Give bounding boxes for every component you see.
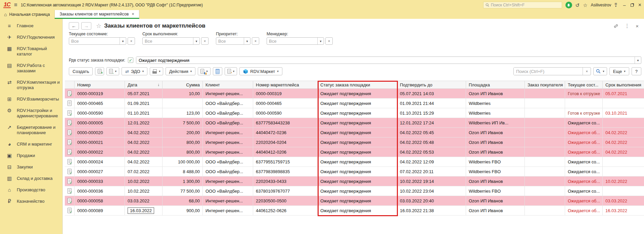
column-header-buyer[interactable]: Заказ покупателя (525, 81, 565, 88)
cell-sum[interactable]: 10,00 (163, 89, 203, 98)
cell-status[interactable]: Ожидает подтверждения (318, 108, 397, 118)
cell-num[interactable]: 0000-000022 (75, 147, 125, 157)
sidebar-item-rdv-catalog[interactable]: ▦RDV:Товарный каталог (0, 43, 62, 60)
cell-sum[interactable]: 77 500,00 (163, 186, 203, 196)
cell-confirm[interactable]: 12.01.2022 17:24 (397, 118, 466, 127)
cell-platform[interactable]: Wildberries FBO (466, 167, 525, 176)
cell-client[interactable]: Интернет-решен... (203, 128, 253, 137)
cell-state[interactable]: Ожидается со... (565, 157, 603, 166)
cell-date[interactable]: 16.03.2022 (125, 206, 163, 215)
cell-icon[interactable] (65, 99, 75, 108)
cell-num[interactable]: 0000-000036 (75, 186, 125, 196)
cell-buyer[interactable] (525, 206, 565, 215)
cell-state[interactable]: Готов к отгрузке (565, 89, 603, 98)
cell-sum[interactable]: 900,00 (163, 206, 203, 215)
cell-icon[interactable] (65, 128, 75, 137)
cell-icon[interactable] (65, 196, 75, 205)
cell-status[interactable]: Ожидает подтверждения (318, 206, 397, 215)
filter-input[interactable] (69, 38, 120, 44)
cell-buyer[interactable] (525, 138, 565, 147)
column-header-client[interactable]: Клиент (203, 81, 253, 88)
filter-combobox[interactable]: ▾ (267, 37, 324, 45)
cell-buyer[interactable] (525, 147, 565, 157)
cell-sum[interactable]: 7 500,00 (163, 118, 203, 127)
cell-mp[interactable]: 0000-000590 (253, 108, 318, 118)
cell-confirm[interactable]: 16.03.2022 21:38 (397, 206, 466, 215)
global-search-input[interactable] (491, 3, 560, 7)
cell-state[interactable]: Ожидается со... (565, 186, 603, 196)
cell-sum[interactable]: 100 000,00 (163, 157, 203, 166)
chevron-down-icon[interactable]: ▾ (193, 38, 199, 44)
cell-status[interactable]: Ожидает подтверждения (318, 118, 397, 127)
platform-status-checkbox[interactable]: ✓ (128, 57, 133, 63)
list-search[interactable]: × (513, 67, 591, 75)
sidebar-item-rdv-connections[interactable]: ✈RDV:Подключения (0, 32, 62, 43)
cell-client[interactable]: Интернет-решен... (203, 147, 253, 157)
column-header-date[interactable]: Дата↓ (125, 81, 163, 88)
cell-confirm[interactable]: 04.02.2022 05:45 (397, 128, 466, 137)
cell-due[interactable] (603, 186, 644, 196)
cell-buyer[interactable] (525, 157, 565, 166)
cell-mp[interactable]: 22030500-0500 (253, 196, 318, 205)
cell-client[interactable]: Интернет-решен... (203, 89, 253, 98)
edo-button[interactable]: ⇄ЭДО▾ (122, 67, 147, 75)
main-menu-icon[interactable]: ≡ (14, 2, 17, 8)
cell-state[interactable]: Ожидается об... (565, 147, 603, 157)
sidebar-item-rdv-admin[interactable]: ⚙RDV:Настройки и администрирование (0, 105, 62, 122)
cell-num[interactable]: 0000-000005 (75, 118, 125, 127)
cell-confirm[interactable]: 10.02.2022 19:14 (397, 177, 466, 186)
cell-client[interactable]: Интернет-решен... (203, 177, 253, 186)
filter-combobox[interactable]: ▾ (142, 37, 200, 45)
cell-client[interactable]: ООО «Вайлдбер... (203, 186, 253, 196)
cell-mp[interactable]: 63779551759715 (253, 157, 318, 166)
cell-date[interactable]: 03.03.2022 (125, 196, 163, 205)
cell-client[interactable]: ООО «Вайлдбер... (203, 99, 253, 108)
cell-platform[interactable]: Ozon ИП Иванов (466, 138, 525, 147)
cell-buyer[interactable] (525, 128, 565, 137)
sidebar-item-warehouse[interactable]: ▥Склад и доставка (0, 173, 62, 184)
cell-sum[interactable] (163, 99, 203, 108)
history-icon[interactable]: ↺ (576, 3, 580, 8)
cell-date[interactable]: 10.02.2022 (125, 177, 163, 186)
cell-platform[interactable]: Wildberries (466, 99, 525, 108)
cell-num[interactable]: 0000-000033 (75, 177, 125, 186)
cell-buyer[interactable] (525, 108, 565, 118)
sidebar-item-budgeting[interactable]: ↗Бюджетирование и планирование (0, 122, 62, 139)
column-header-mp[interactable]: Номер маркетплейса (253, 81, 318, 88)
column-header-state[interactable]: Текущее сост... (565, 81, 603, 88)
cell-date[interactable]: 04.02.2022 (125, 128, 163, 137)
cell-platform[interactable]: Ozon ИП Иванов (466, 89, 525, 98)
cell-state[interactable]: Ожидается об... (565, 128, 603, 137)
table-row[interactable]: 0000-00002104.02.2022800,00Интернет-реше… (65, 138, 644, 147)
cell-due[interactable]: 04.02.2022 (603, 138, 644, 147)
cell-client[interactable]: ООО «Вайлдбер... (203, 108, 253, 118)
cell-mp[interactable]: 22020204-0204 (253, 138, 318, 147)
cell-confirm[interactable]: 10.02.2022 23:04 (397, 186, 466, 196)
cell-state[interactable]: Ожидается об... (565, 196, 603, 205)
table-row[interactable]: 0000-00002204.02.2022800,00Интернет-реше… (65, 147, 644, 157)
scheduled-docs-button[interactable]: ◔▾ (225, 67, 237, 75)
cell-platform[interactable]: Ozon ИП Иванов (466, 196, 525, 205)
current-user[interactable]: Asilivestrov (591, 3, 611, 7)
more-button[interactable]: Еще▾ (609, 67, 629, 75)
filter-input[interactable] (267, 38, 317, 44)
chevron-down-icon[interactable]: ▾ (120, 38, 126, 44)
cell-buyer[interactable] (525, 196, 565, 205)
add-favorite-star-icon[interactable]: ☆ (96, 22, 101, 30)
cell-platform[interactable]: Ozon ИП Иванов (466, 177, 525, 186)
filter-combobox[interactable]: ▾ (69, 37, 126, 45)
cell-due[interactable] (603, 99, 644, 108)
cell-platform[interactable]: Wildberries ИП Ив... (466, 118, 525, 127)
cell-status[interactable]: Ожидает подтверждения (318, 196, 397, 205)
search-settings-button[interactable]: ▾ (593, 67, 607, 75)
cell-status[interactable]: Ожидает подтверждения (318, 157, 397, 166)
cell-mp[interactable]: 0000-000465 (253, 99, 318, 108)
global-search[interactable] (483, 2, 562, 8)
cell-buyer[interactable] (525, 167, 565, 176)
sidebar-item-treasury[interactable]: ₽Казначейство (0, 196, 62, 207)
column-header-confirm[interactable]: Подтвердить до (397, 81, 466, 88)
cell-state[interactable] (565, 99, 603, 108)
platform-status-input[interactable] (136, 57, 635, 64)
create-new-button[interactable]: + (95, 67, 104, 75)
cell-icon[interactable] (65, 118, 75, 127)
